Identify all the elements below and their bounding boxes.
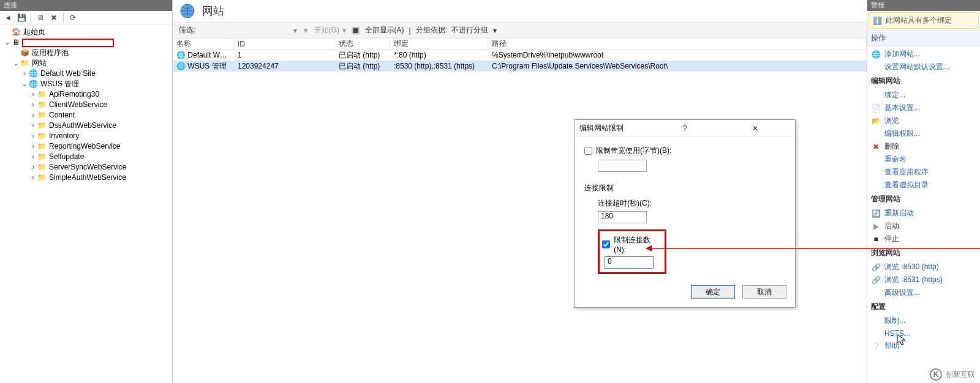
tree-item[interactable]: ›📁DssAuthWebService [2, 121, 172, 131]
apppool-icon: 📦 [20, 48, 29, 58]
ok-button[interactable]: 确定 [691, 285, 735, 299]
limitconn-checkbox[interactable] [602, 240, 610, 248]
main-content: 网站 筛选: ▾ ▼ 开始(G) ▾ 🔳 全部显示(A) | 分组依据: 不进行… [173, 0, 867, 383]
chevron-down-icon[interactable]: ▾ [493, 26, 497, 35]
dialog-body: 限制带宽使用(字节)(B): 连接限制 连接超时(秒)(C): 限制连接数(N)… [575, 137, 795, 279]
bandwidth-label: 限制带宽使用(字节)(B): [596, 146, 671, 156]
settings-icon: 📄 [871, 103, 881, 113]
bandwidth-checkbox[interactable] [584, 147, 592, 155]
action-site-defaults[interactable]: 设置网站默认设置... [867, 61, 980, 73]
action-start[interactable]: ▶启动 [867, 220, 980, 232]
save-icon[interactable]: 💾 [16, 12, 27, 23]
action-delete[interactable]: ✖删除 [867, 140, 980, 153]
dialog-help-button[interactable]: ? [650, 124, 720, 133]
connections-panel: 连接 ◄ 💾 🖥 ✖ ⟳ 🏠起始页 ⌄🖥 📦应用程序池 ⌄📁网站 ›🌐Defau… [0, 0, 173, 383]
conn-section-label: 连接限制 [584, 183, 785, 193]
tree-start-page[interactable]: 🏠起始页 [2, 27, 172, 37]
tree-item[interactable]: ›📁ApiRemoting30 [2, 89, 172, 100]
action-view-apps[interactable]: 查看应用程序 [867, 166, 980, 179]
tree-item[interactable]: ›📁ReportingWebService [2, 141, 172, 152]
action-restart[interactable]: 🔄重新启动 [867, 207, 980, 220]
folder-icon: 📁 [37, 100, 47, 110]
dialog-title: 编辑网站限制 [579, 123, 650, 133]
globe-icon: 🌐 [28, 80, 38, 89]
grid-header: 名称 ID 状态 绑定 路径 [173, 39, 867, 50]
tree-wsus-site[interactable]: ⌄🌐WSUS 管理 [2, 79, 172, 89]
action-stop[interactable]: ■停止 [867, 232, 980, 245]
folder-icon: 📁 [37, 132, 47, 141]
watermark: K 创新互联 [930, 368, 975, 381]
expand-icon[interactable]: ⌄ [12, 58, 20, 69]
edit-site-heading: 编辑网站 [867, 73, 980, 89]
folder-icon: 📁 [20, 59, 29, 69]
action-bindings[interactable]: 绑定... [867, 89, 980, 102]
alerts-title: 警报 [867, 0, 980, 11]
limit-connections-group: 限制连接数(N): [598, 229, 666, 274]
tree-item[interactable]: ›📁Content [2, 110, 172, 121]
filter-showall[interactable]: 🔳 全部显示(A) [351, 25, 404, 35]
tree-default-site[interactable]: ›🌐Default Web Site [2, 69, 172, 79]
expand-icon[interactable]: ⌄ [4, 37, 11, 48]
globe-icon: 🌐 [28, 69, 38, 79]
col-status[interactable]: 状态 [335, 39, 390, 49]
table-row[interactable]: 🌐 Default Web S... 1 已启动 (http) *:80 (ht… [173, 50, 867, 61]
action-rename[interactable]: 重命名 [867, 153, 980, 166]
action-edit-permissions[interactable]: 编辑权限... [867, 127, 980, 140]
connection-limits-section: 连接限制 连接超时(秒)(C): 限制连接数(N): [584, 183, 785, 274]
limitconn-input[interactable] [608, 257, 650, 266]
tree-item[interactable]: ›📁ServerSyncWebService [2, 162, 172, 173]
tree-sites[interactable]: ⌄📁网站 [2, 58, 172, 69]
tree-item[interactable]: ›📁Inventory [2, 131, 172, 141]
play-icon: ▶ [871, 221, 881, 231]
filter-input[interactable] [197, 26, 288, 35]
remove-connection-icon[interactable]: ✖ [48, 12, 59, 23]
col-id[interactable]: ID [234, 40, 335, 48]
action-browse-8531[interactable]: 🔗浏览 :8531 (https) [867, 273, 980, 286]
table-row[interactable]: 🌐 WSUS 管理 1203924247 已启动 (http) :8530 (h… [173, 61, 867, 72]
funnel-icon: ▼ [302, 26, 309, 35]
actions-panel: 警报 ℹ️ 此网站具有多个绑定 操作 🌐添加网站... 设置网站默认设置... … [867, 0, 980, 383]
action-basic-settings[interactable]: 📄基本设置... [867, 102, 980, 114]
groupby-value[interactable]: 不进行分组 [451, 25, 488, 35]
action-explore[interactable]: 📂浏览 [867, 114, 980, 127]
cancel-button[interactable]: 取消 [742, 285, 786, 299]
tree-item[interactable]: ›📁ClientWebService [2, 100, 172, 110]
action-limits[interactable]: 限制... [867, 314, 980, 327]
filter-start: ▼ 开始(G) ▾ [302, 25, 346, 35]
connections-toolbar: ◄ 💾 🖥 ✖ ⟳ [0, 11, 172, 24]
add-connection-icon[interactable]: 🖥 [35, 12, 46, 23]
info-icon: ℹ️ [873, 17, 882, 25]
server-icon: 🖥 [11, 38, 21, 48]
action-help[interactable]: ❔帮助 [867, 340, 980, 352]
tree-item[interactable]: ›📁SimpleAuthWebService [2, 173, 172, 183]
action-browse-8530[interactable]: 🔗浏览 :8530 (http) [867, 261, 980, 273]
tree-item[interactable]: ›📁Selfupdate [2, 152, 172, 162]
col-path[interactable]: 路径 [488, 39, 867, 49]
folder-icon: 📁 [37, 90, 47, 100]
action-advanced-settings[interactable]: 高级设置... [867, 286, 980, 299]
tree-app-pools[interactable]: 📦应用程序池 [2, 48, 172, 58]
col-name[interactable]: 名称 [173, 39, 234, 49]
watermark-logo-icon: K [930, 368, 942, 381]
folder-icon: 📁 [37, 173, 47, 183]
action-view-vdirs[interactable]: 查看虚拟目录 [867, 179, 980, 192]
bandwidth-input [601, 160, 644, 169]
action-hsts[interactable]: HSTS... [867, 327, 980, 340]
action-add-site[interactable]: 🌐添加网站... [867, 48, 980, 61]
page-title: 网站 [202, 4, 224, 18]
dialog-close-button[interactable]: ✕ [720, 124, 790, 133]
sites-icon [179, 2, 196, 20]
folder-icon: 📁 [37, 121, 47, 131]
annotation-arrow-head [646, 245, 652, 251]
timeout-input[interactable] [601, 212, 644, 220]
expand-icon[interactable]: › [21, 69, 28, 79]
stop-icon: ■ [871, 234, 881, 244]
tree-server[interactable]: ⌄🖥 [2, 37, 172, 48]
expand-icon[interactable]: ⌄ [21, 79, 28, 89]
col-bind[interactable]: 绑定 [390, 39, 488, 49]
globe-icon: 🌐 [176, 62, 186, 70]
refresh-icon[interactable]: ⟳ [67, 12, 78, 23]
connections-title: 连接 [0, 0, 172, 11]
back-icon[interactable]: ◄ [2, 12, 13, 23]
globe-icon: 🌐 [176, 51, 186, 59]
